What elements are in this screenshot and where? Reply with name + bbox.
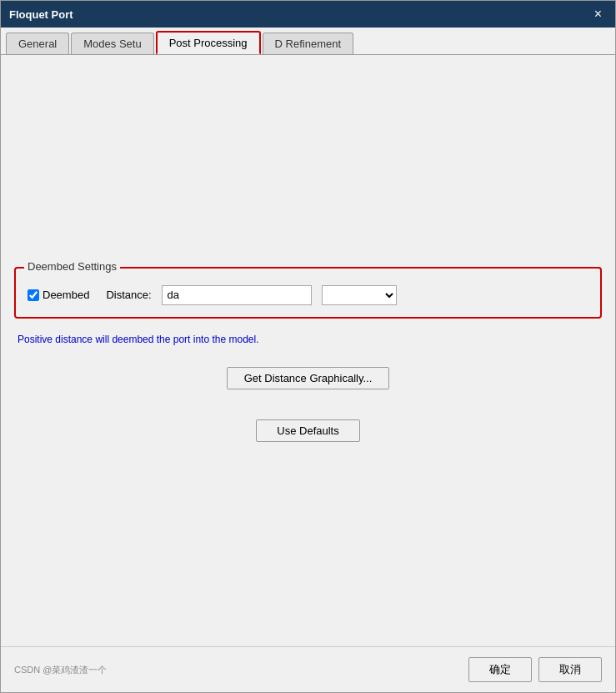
content-area: Deembed Settings Deembed Distance: mm um… bbox=[1, 55, 615, 646]
deembed-checkbox[interactable] bbox=[28, 289, 39, 301]
close-button[interactable]: × bbox=[589, 6, 607, 23]
bottom-spacer bbox=[14, 455, 602, 630]
footer-area: CSDN @菜鸡渣渣一个 确定 取消 bbox=[1, 646, 615, 692]
tab-general[interactable]: General bbox=[6, 33, 69, 54]
cancel-button[interactable]: 取消 bbox=[538, 657, 602, 682]
tab-post-processing[interactable]: Post Processing bbox=[156, 31, 261, 54]
tab-bar: General Modes Setu Post Processing D Ref… bbox=[1, 28, 615, 55]
use-defaults-section: Use Defaults bbox=[14, 419, 602, 442]
floquet-port-window: Floquet Port × General Modes Setu Post P… bbox=[0, 0, 616, 693]
window-title: Floquet Port bbox=[9, 8, 73, 21]
distance-unit-dropdown[interactable]: mm um nm bbox=[322, 285, 397, 305]
tab-d-refinement[interactable]: D Refinement bbox=[263, 33, 353, 54]
tab-modes-setup[interactable]: Modes Setu bbox=[71, 33, 153, 54]
watermark: CSDN @菜鸡渣渣一个 bbox=[14, 657, 462, 682]
distance-input[interactable] bbox=[162, 285, 312, 305]
deembed-settings-group: Deembed Settings Deembed Distance: mm um… bbox=[14, 267, 602, 319]
group-box-legend: Deembed Settings bbox=[24, 260, 120, 273]
info-text: Positive distance will deembed the port … bbox=[14, 334, 602, 345]
title-bar: Floquet Port × bbox=[1, 1, 615, 28]
deembed-checkbox-label[interactable]: Deembed bbox=[28, 289, 89, 301]
top-spacer bbox=[14, 72, 602, 247]
deembed-row: Deembed Distance: mm um nm bbox=[28, 285, 588, 305]
get-distance-button[interactable]: Get Distance Graphically... bbox=[227, 367, 390, 389]
distance-label: Distance: bbox=[106, 289, 151, 301]
use-defaults-button[interactable]: Use Defaults bbox=[256, 419, 359, 442]
ok-button[interactable]: 确定 bbox=[468, 657, 532, 682]
